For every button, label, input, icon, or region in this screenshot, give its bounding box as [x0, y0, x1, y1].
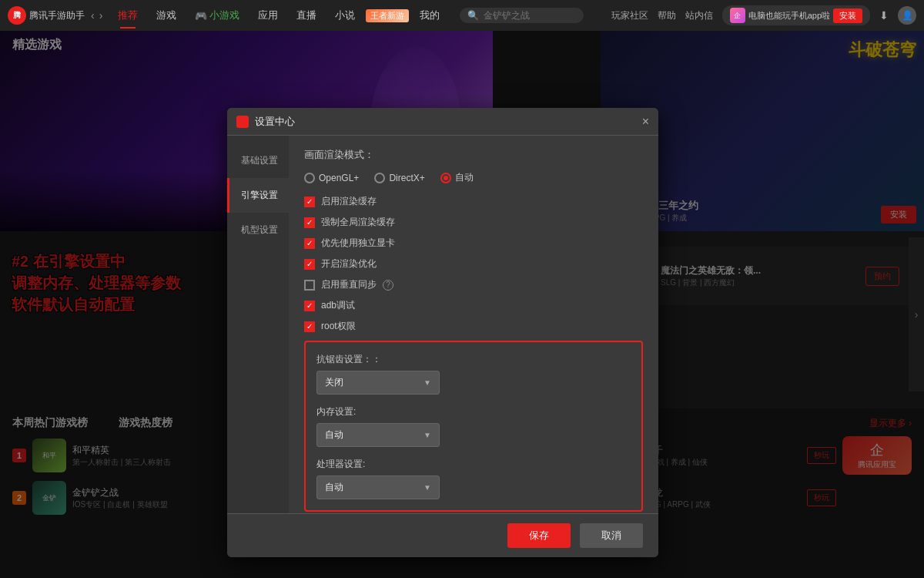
dialog-sidebar: 基础设置 引擎设置 机型设置	[227, 136, 289, 513]
checkbox-render-cache-box: ✓	[304, 197, 315, 207]
checkbox-render-opt-label: 开启渲染优化	[321, 257, 377, 271]
dialog-body: 基础设置 引擎设置 机型设置 画面渲染模式： OpenGL+ DirectX+	[227, 136, 658, 513]
checkbox-adb-label: adb调试	[321, 299, 355, 312]
vsync-help-icon[interactable]: ?	[383, 280, 393, 291]
tab-minigames[interactable]: 🎮 小游戏	[187, 5, 247, 25]
search-input[interactable]	[484, 10, 576, 21]
processor-dropdown[interactable]: 自动 ▼	[316, 476, 440, 499]
tab-novel[interactable]: 小说	[327, 5, 363, 25]
memory-dropdown[interactable]: 自动 ▼	[316, 423, 440, 447]
directx-label: DirectX+	[389, 173, 424, 183]
search-bar: 🔍	[460, 8, 584, 23]
back-button[interactable]: ‹	[91, 9, 95, 22]
checkbox-root[interactable]: ✓ root权限	[304, 320, 643, 333]
render-mode-group: OpenGL+ DirectX+ 自动	[304, 171, 643, 184]
app-store-icon: 企	[730, 8, 745, 23]
checkbox-discrete-gpu-label: 优先使用独立显卡	[321, 237, 395, 250]
checkbox-render-cache[interactable]: ✓ 启用渲染缓存	[304, 195, 643, 208]
dialog-close-button[interactable]: ×	[642, 115, 649, 129]
tab-wangzhe[interactable]: 王者新游	[366, 9, 409, 22]
dialog-footer: 保存 取消	[227, 513, 658, 557]
checkbox-vsync-label: 启用垂直同步	[321, 278, 377, 291]
download-icon[interactable]: ⬇	[879, 9, 889, 22]
top-bar-right: 玩家社区 帮助 站内信 企 电脑也能玩手机app啦 安装 ⬇ 👤	[611, 5, 916, 25]
tab-mine[interactable]: 我的	[412, 5, 447, 25]
help-link[interactable]: 帮助	[658, 9, 676, 22]
checkbox-adb-box: ✓	[304, 301, 315, 311]
opengl-radio[interactable]: OpenGL+	[304, 173, 359, 183]
processor-label: 处理器设置:	[316, 458, 631, 471]
memory-label: 内存设置:	[316, 405, 631, 418]
inbox-link[interactable]: 站内信	[685, 9, 713, 22]
main-area: 精选游戏 #2 在引擎设置中 调整内存、处理器等参数 软件默认自动配置 斗破苍穹…	[0, 31, 924, 578]
opengl-label: OpenGL+	[319, 173, 359, 183]
memory-arrow: ▼	[424, 431, 431, 439]
community-link[interactable]: 玩家社区	[611, 9, 648, 22]
sidebar-model-settings[interactable]: 机型设置	[227, 213, 289, 247]
checkbox-root-box: ✓	[304, 321, 315, 332]
auto-label: 自动	[455, 171, 474, 184]
checkbox-discrete-gpu-box: ✓	[304, 238, 315, 249]
processor-arrow: ▼	[424, 483, 431, 492]
checkbox-adb[interactable]: ✓ adb调试	[304, 299, 643, 312]
sidebar-engine-settings[interactable]: 引擎设置	[227, 178, 289, 213]
app-title: 腾讯手游助手	[29, 9, 85, 22]
dialog-content: 画面渲染模式： OpenGL+ DirectX+ 自动	[289, 136, 658, 513]
save-button[interactable]: 保存	[507, 523, 571, 548]
memory-group: 内存设置: 自动 ▼	[316, 405, 631, 447]
dialog-title-icon	[236, 116, 249, 128]
nav-tabs: 推荐 游戏 🎮 小游戏 应用 直播 小说 王者新游 我的	[110, 5, 447, 25]
checkbox-force-global-label: 强制全局渲染缓存	[321, 216, 395, 229]
tab-recommended[interactable]: 推荐	[110, 5, 146, 25]
anti-alias-arrow: ▼	[424, 378, 431, 387]
checkbox-root-label: root权限	[321, 320, 356, 333]
search-icon: 🔍	[467, 10, 479, 21]
anti-alias-value: 关闭	[325, 376, 343, 389]
install-button[interactable]: 安装	[833, 8, 862, 23]
render-mode-label: 画面渲染模式：	[304, 148, 643, 162]
checkbox-vsync[interactable]: 启用垂直同步 ?	[304, 278, 643, 291]
settings-dialog: 设置中心 × 基础设置 引擎设置 机型设置 画面渲染模式： OpenGL+	[227, 108, 658, 557]
auto-radio[interactable]: 自动	[440, 171, 474, 184]
tab-games[interactable]: 游戏	[149, 5, 184, 25]
checkbox-vsync-box	[304, 280, 315, 291]
logo-icon: 腾	[8, 6, 26, 25]
checkbox-force-global-box: ✓	[304, 217, 315, 228]
checkbox-discrete-gpu[interactable]: ✓ 优先使用独立显卡	[304, 237, 643, 250]
tab-apps[interactable]: 应用	[250, 5, 286, 25]
top-bar: 腾 腾讯手游助手 ‹ › 推荐 游戏 🎮 小游戏 应用 直播 小说 王者新游 我…	[0, 0, 924, 31]
dialog-title-text: 设置中心	[255, 115, 642, 129]
tab-live[interactable]: 直播	[289, 5, 324, 25]
directx-radio[interactable]: DirectX+	[374, 173, 424, 183]
memory-value: 自动	[325, 428, 343, 442]
cancel-button[interactable]: 取消	[580, 523, 643, 548]
anti-alias-dropdown[interactable]: 关闭 ▼	[316, 371, 440, 395]
opengl-radio-circle	[304, 173, 315, 183]
processor-group: 处理器设置: 自动 ▼	[316, 458, 631, 499]
sidebar-basic-settings[interactable]: 基础设置	[227, 143, 289, 178]
nav-arrows: ‹ ›	[91, 9, 102, 22]
processor-value: 自动	[325, 481, 343, 494]
checkbox-render-opt[interactable]: ✓ 开启渲染优化	[304, 257, 643, 271]
dialog-title-bar: 设置中心 ×	[227, 108, 658, 136]
pc-label: 电脑也能玩手机app啦	[748, 10, 830, 22]
forward-button[interactable]: ›	[99, 9, 103, 22]
checkbox-render-cache-label: 启用渲染缓存	[321, 195, 377, 208]
anti-alias-label: 抗锯齿设置：：	[316, 353, 631, 366]
auto-radio-circle	[440, 173, 451, 183]
pc-app-badge: 企 电脑也能玩手机app啦 安装	[722, 5, 870, 25]
anti-alias-group: 抗锯齿设置：： 关闭 ▼	[316, 353, 631, 395]
checkbox-render-opt-box: ✓	[304, 259, 315, 270]
avatar[interactable]: 👤	[898, 6, 916, 25]
directx-radio-circle	[374, 173, 385, 183]
checkbox-force-global[interactable]: ✓ 强制全局渲染缓存	[304, 216, 643, 229]
highlight-box: 抗锯齿设置：： 关闭 ▼ 内存设置: 自动 ▼	[304, 341, 643, 512]
app-logo: 腾 腾讯手游助手	[8, 6, 85, 25]
